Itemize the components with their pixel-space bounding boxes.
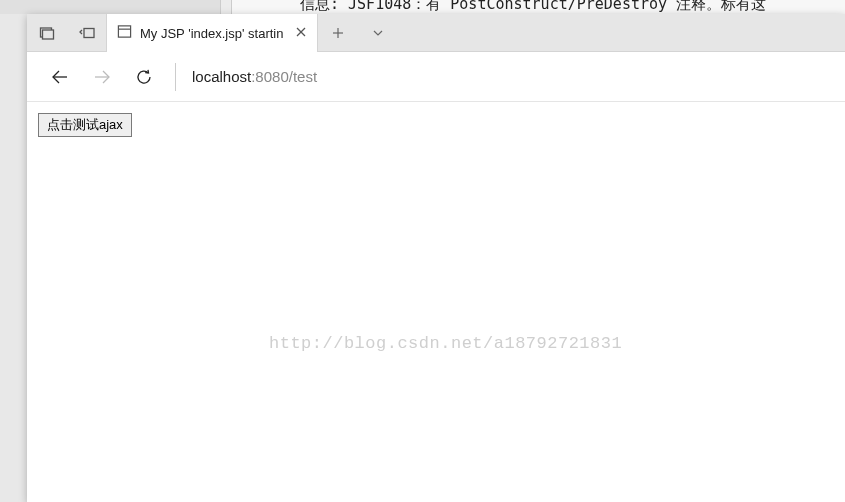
forward-button [81, 56, 123, 98]
editor-code-line: 信息: JSF1048：有 PostConstruct/PreDestroy 注… [300, 0, 766, 14]
back-button[interactable] [39, 56, 81, 98]
tab-title: My JSP 'index.jsp' startin [140, 26, 283, 41]
url-field[interactable]: localhost:8080/test [186, 68, 317, 85]
arrow-left-icon [49, 66, 71, 88]
sidebar-icon [39, 25, 55, 41]
arrow-right-icon [91, 66, 113, 88]
close-icon [295, 26, 307, 38]
svg-rect-1 [43, 30, 54, 39]
browser-window: My JSP 'index.jsp' startin [27, 14, 845, 502]
page-content: 点击测试ajax http://blog.csdn.net/a187927218… [27, 102, 845, 502]
background-editor: 信息: JSF1048：有 PostConstruct/PreDestroy 注… [0, 0, 845, 14]
window-controls-left [27, 14, 107, 51]
tab-close-button[interactable] [295, 24, 307, 42]
plus-icon [331, 26, 345, 40]
test-ajax-button[interactable]: 点击测试ajax [38, 113, 132, 137]
svg-rect-2 [84, 28, 94, 37]
url-host: localhost [192, 68, 251, 85]
watermark-text: http://blog.csdn.net/a18792721831 [269, 334, 622, 353]
chevron-down-icon [371, 26, 385, 40]
tab-bar: My JSP 'index.jsp' startin [27, 14, 845, 52]
browser-tab[interactable]: My JSP 'index.jsp' startin [106, 14, 318, 52]
refresh-button[interactable] [123, 56, 165, 98]
svg-rect-3 [118, 25, 130, 36]
all-tabs-button[interactable] [358, 14, 398, 52]
refresh-icon [134, 67, 154, 87]
new-tab-button[interactable] [318, 14, 358, 52]
url-path: :8080/test [251, 68, 317, 85]
set-aside-icon [79, 25, 96, 41]
editor-gutter-fragment [220, 0, 232, 14]
nav-button-group [27, 56, 171, 98]
url-divider [175, 63, 176, 91]
set-aside-tabs-button[interactable] [67, 14, 107, 52]
editor-sidebar-fragment [0, 0, 220, 14]
page-icon [117, 24, 132, 43]
sidebar-toggle-button[interactable] [27, 14, 67, 52]
address-bar: localhost:8080/test [27, 52, 845, 102]
